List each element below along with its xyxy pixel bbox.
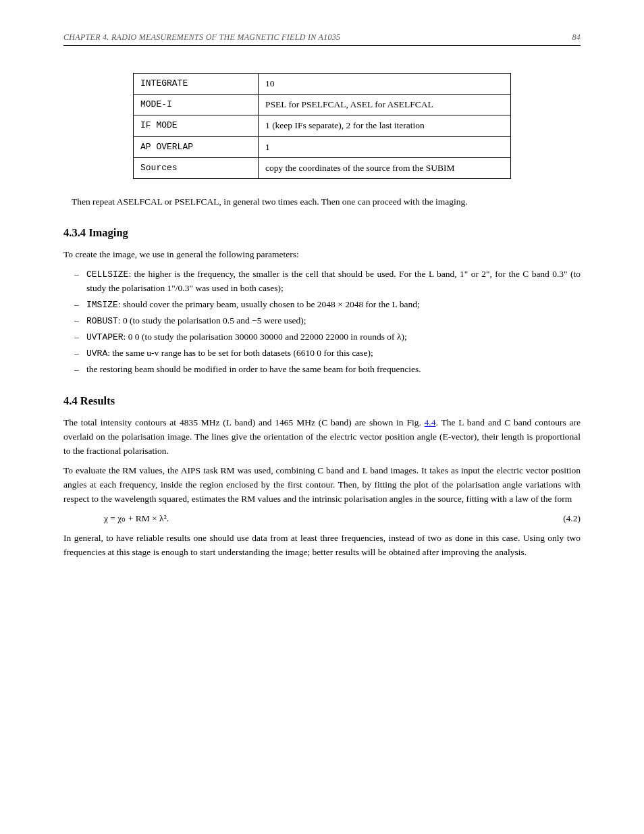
field-name-cell: AP OVERLAP xyxy=(134,136,259,157)
equation-text: χ = χ₀ + RM × λ². xyxy=(104,512,169,526)
field-value-cell: 1 (keep IFs separate), 2 for the last it… xyxy=(259,115,511,136)
results-p3: In general, to have reliable results one… xyxy=(63,531,581,560)
section-heading-imaging: 4.3.4 Imaging xyxy=(63,226,581,240)
results-p2: To evaluate the RM values, the AIPS task… xyxy=(63,464,581,506)
results-p1: The total intensity contours at 4835 MHz… xyxy=(63,416,581,459)
imaging-bullet-list: CELLSIZE: the higher is the frequency, t… xyxy=(63,267,581,377)
field-value-cell: 10 xyxy=(259,74,511,95)
field-name-cell: MODE-I xyxy=(134,95,259,115)
list-item: CELLSIZE: the higher is the frequency, t… xyxy=(63,267,581,296)
field-name-cell: INTEGRATE xyxy=(134,74,259,95)
field-name-cell: IF MODE xyxy=(134,115,259,136)
list-item: IMSIZE: should cover the primary beam, u… xyxy=(63,298,581,312)
running-header-title: CHAPTER 4. RADIO MEASUREMENTS OF THE MAG… xyxy=(63,32,340,43)
list-item: ROBUST: 0 (to study the polarisation 0.5… xyxy=(63,314,581,328)
table-row: Sourcescopy the coordinates of the sourc… xyxy=(134,157,511,178)
parameter-table: INTEGRATE10MODE-IPSEL for PSELFCAL, ASEL… xyxy=(133,73,511,179)
equation-number: (4.2) xyxy=(563,512,581,526)
results-p1-pre: The total intensity contours at 4835 MHz… xyxy=(63,417,425,427)
field-value-cell: PSEL for PSELFCAL, ASEL for ASELFCAL xyxy=(259,95,511,115)
list-item: UVRA: the same u-v range has to be set f… xyxy=(63,346,581,361)
field-name-cell: Sources xyxy=(134,157,259,178)
field-value-cell: copy the coordinates of the source from … xyxy=(259,157,511,178)
imaging-intro: To create the image, we use in general t… xyxy=(63,248,581,262)
figure-ref-link[interactable]: 4.4 xyxy=(425,417,436,427)
running-header-page: 84 xyxy=(572,32,581,43)
equation-line: χ = χ₀ + RM × λ². (4.2) xyxy=(104,512,581,526)
table-row: IF MODE1 (keep IFs separate), 2 for the … xyxy=(134,115,511,136)
note-text: Then repeat ASELFCAL or PSELFCAL, in gen… xyxy=(72,195,572,209)
table-row: INTEGRATE10 xyxy=(134,74,511,95)
table-row: AP OVERLAP1 xyxy=(134,136,511,157)
list-item: UVTAPER: 0 0 (to study the polarisation … xyxy=(63,330,581,344)
field-value-cell: 1 xyxy=(259,136,511,157)
section-heading-results: 4.4 Results xyxy=(63,394,581,408)
list-item: the restoring beam should be modified in… xyxy=(63,363,581,377)
table-row: MODE-IPSEL for PSELFCAL, ASEL for ASELFC… xyxy=(134,95,511,115)
